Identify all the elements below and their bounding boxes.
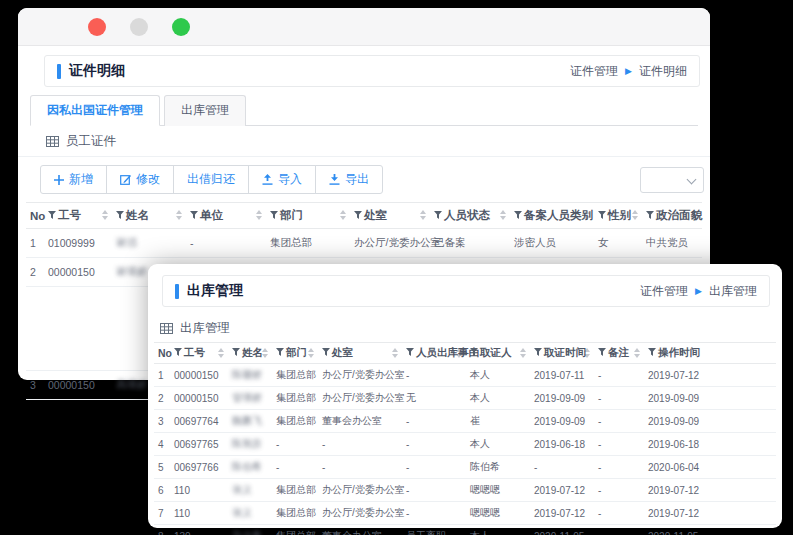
page-header: 证件明细 证件管理 ▶ 证件明细	[44, 55, 700, 87]
sort-icon[interactable]	[392, 348, 398, 358]
filter-icon[interactable]	[322, 348, 330, 357]
column-header[interactable]: No	[154, 343, 170, 364]
column-header[interactable]: 姓名	[112, 203, 186, 229]
filter-select[interactable]	[640, 167, 704, 193]
filter-icon[interactable]	[116, 211, 124, 220]
grid-table-icon	[46, 136, 59, 147]
table-cell: 2019-09-09	[530, 387, 594, 410]
column-header[interactable]: 操作时间	[644, 343, 776, 364]
column-header[interactable]: 取证时间	[530, 343, 594, 364]
table-cell: -	[272, 433, 318, 456]
column-header[interactable]: 政治面貌	[642, 203, 702, 229]
column-header[interactable]: 工号	[170, 343, 228, 364]
sort-icon[interactable]	[340, 210, 346, 220]
filter-icon[interactable]	[276, 348, 284, 357]
export-button[interactable]: 导出	[315, 165, 383, 194]
column-header[interactable]: 处室	[350, 203, 430, 229]
breadcrumb-current: 出库管理	[709, 283, 757, 300]
tab-outbound-mgmt[interactable]: 出库管理	[164, 95, 246, 126]
column-header[interactable]: 工号	[44, 203, 112, 229]
table-cell: -	[530, 456, 594, 479]
filter-icon[interactable]	[646, 211, 654, 220]
close-button[interactable]	[88, 18, 106, 36]
maximize-button[interactable]	[172, 18, 190, 36]
filter-icon[interactable]	[598, 348, 606, 357]
column-header[interactable]: 部门	[266, 203, 350, 229]
sort-icon[interactable]	[420, 210, 426, 220]
table-cell: 本人	[466, 364, 530, 387]
minimize-button[interactable]	[130, 18, 148, 36]
sort-icon[interactable]	[634, 348, 640, 358]
sort-icon[interactable]	[218, 348, 224, 358]
page-title: 证件明细	[57, 62, 125, 80]
filter-icon[interactable]	[190, 211, 198, 220]
sort-icon[interactable]	[632, 210, 638, 220]
import-button[interactable]: 导入	[248, 165, 316, 194]
filter-icon[interactable]	[232, 348, 240, 357]
chevron-down-icon	[687, 174, 697, 184]
column-header[interactable]: 性别	[594, 203, 642, 229]
table-cell: -	[402, 410, 466, 433]
column-header[interactable]: 取证人	[466, 343, 530, 364]
table-row: 500697766陈伯希---陈伯希--2020-06-04	[154, 456, 776, 479]
edit-button[interactable]: 修改	[106, 165, 174, 194]
column-header[interactable]: 人员出库事由	[402, 343, 466, 364]
column-header[interactable]: No	[26, 203, 44, 229]
filter-icon[interactable]	[174, 348, 182, 357]
table-cell: 1	[154, 364, 170, 387]
sort-icon[interactable]	[520, 348, 526, 358]
column-header[interactable]: 姓名	[228, 343, 272, 364]
sort-icon[interactable]	[256, 210, 262, 220]
table-cell: 崔	[466, 410, 530, 433]
filter-icon[interactable]	[514, 211, 522, 220]
table-cell: -	[402, 364, 466, 387]
filter-icon[interactable]	[648, 348, 656, 357]
table-cell: 集团总部	[272, 387, 318, 410]
column-header[interactable]: 部门	[272, 343, 318, 364]
add-button[interactable]: 新增	[40, 165, 107, 194]
filter-icon[interactable]	[406, 348, 414, 357]
column-label: 工号	[184, 346, 205, 358]
filter-icon[interactable]	[270, 211, 278, 220]
breadcrumb-parent[interactable]: 证件管理	[640, 283, 688, 300]
column-header[interactable]: 单位	[186, 203, 266, 229]
filter-icon[interactable]	[434, 211, 442, 220]
section-title: 出库管理	[180, 320, 230, 337]
table-cell: 嗯嗯嗯	[466, 502, 530, 525]
table-cell: 2019-06-18	[644, 433, 776, 456]
sort-icon[interactable]	[176, 210, 182, 220]
sort-icon[interactable]	[500, 210, 506, 220]
tab-private-abroad-cert-mgmt[interactable]: 因私出国证件管理	[30, 95, 160, 126]
table-cell: 魏鹏飞	[228, 410, 272, 433]
lend-return-button[interactable]: 出借归还	[173, 165, 249, 194]
table-cell: 2020-06-04	[644, 456, 776, 479]
filter-icon[interactable]	[354, 211, 362, 220]
table-cell: 集团总部	[272, 479, 318, 502]
breadcrumb-arrow-icon: ▶	[695, 287, 702, 296]
column-label: 人员状态	[444, 209, 490, 221]
column-header[interactable]: 备案人员类别	[510, 203, 594, 229]
column-label: 政治面貌	[656, 209, 702, 221]
sort-icon[interactable]	[308, 348, 314, 358]
table-cell: 马达曼	[228, 525, 272, 535]
column-header[interactable]: 处室	[318, 343, 402, 364]
sort-icon[interactable]	[102, 210, 108, 220]
table-cell: 张义	[228, 502, 272, 525]
table-cell: 集团总部	[272, 364, 318, 387]
table-cell: 张义	[228, 479, 272, 502]
filter-icon[interactable]	[470, 348, 478, 357]
breadcrumb-current: 证件明细	[639, 63, 687, 80]
page-title-text: 出库管理	[187, 282, 243, 300]
column-header[interactable]: 人员状态	[430, 203, 510, 229]
edit-icon	[120, 174, 131, 185]
breadcrumb-parent[interactable]: 证件管理	[570, 63, 618, 80]
table-cell: -	[594, 410, 644, 433]
filter-icon[interactable]	[534, 348, 542, 357]
table-cell: 2019-06-18	[530, 433, 594, 456]
column-header[interactable]: 备注	[594, 343, 644, 364]
table-cell: 00000150	[44, 258, 112, 287]
filter-icon[interactable]	[598, 211, 606, 220]
download-icon	[329, 174, 340, 185]
table-cell: 集团总部	[272, 525, 318, 535]
filter-icon[interactable]	[48, 211, 56, 220]
